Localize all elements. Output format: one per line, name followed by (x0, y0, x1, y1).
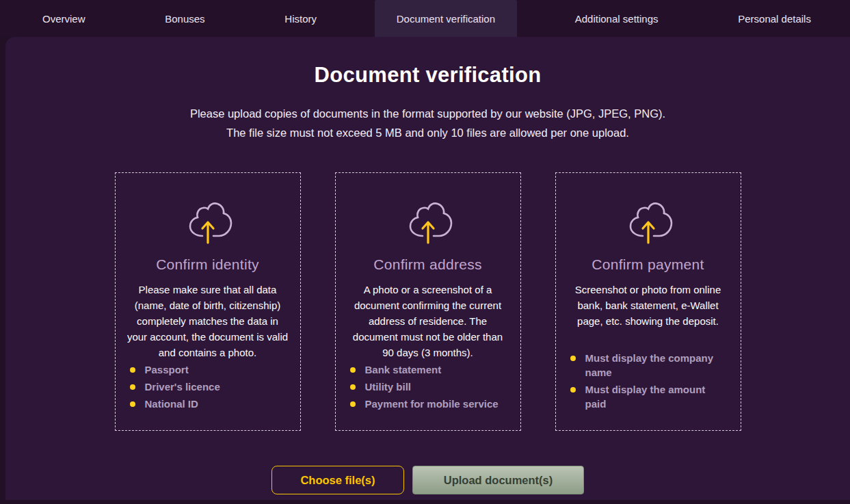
accepted-documents-list: Must display the company name Must displ… (568, 351, 729, 414)
bullet-icon (130, 401, 135, 407)
list-item: National ID (130, 397, 289, 411)
list-item-label: Must display the amount paid (585, 382, 729, 411)
upload-instructions-line-1: Please upload copies of documents in the… (5, 104, 850, 123)
list-item-label: Must display the company name (585, 351, 729, 380)
bullet-icon (350, 401, 356, 407)
list-item: Payment for mobile service (350, 397, 509, 411)
cloud-upload-icon (622, 200, 674, 248)
choose-files-button[interactable]: Choose file(s) (271, 466, 404, 494)
tab-document-verification[interactable]: Document verification (375, 0, 517, 37)
list-item: Passport (130, 362, 289, 377)
list-item-label: National ID (145, 397, 198, 411)
account-tab-bar: Overview Bonuses History Document verifi… (0, 0, 850, 37)
tab-personal-details[interactable]: Personal details (716, 0, 833, 37)
tab-additional-settings[interactable]: Additional settings (553, 0, 680, 37)
cloud-upload-icon (402, 200, 454, 248)
bullet-icon (570, 387, 576, 393)
upload-actions: Choose file(s) Upload document(s) (5, 466, 850, 494)
confirm-payment-card[interactable]: Confirm payment Screenshot or photo from… (555, 172, 741, 431)
list-item: Utility bill (350, 380, 509, 394)
bullet-icon (130, 384, 135, 390)
list-item-label: Utility bill (365, 380, 412, 394)
list-item-label: Payment for mobile service (365, 397, 499, 411)
card-description: Screenshot or photo from online bank, ba… (568, 282, 729, 329)
upload-instructions-line-2: The file size must not exceed 5 MB and o… (5, 123, 850, 142)
bullet-icon (350, 367, 356, 373)
bullet-icon (130, 367, 135, 373)
list-item: Bank statement (350, 362, 509, 377)
list-item: Driver's licence (130, 380, 289, 394)
list-item-label: Driver's licence (145, 380, 220, 394)
list-item-label: Bank statement (365, 362, 442, 377)
accepted-documents-list: Bank statement Utility bill Payment for … (347, 362, 509, 414)
upload-documents-button[interactable]: Upload document(s) (412, 466, 584, 494)
document-verification-panel: Document verification Please upload copi… (5, 37, 850, 500)
bullet-icon (570, 356, 576, 361)
accepted-documents-list: Passport Driver's licence National ID (127, 362, 289, 414)
card-title: Confirm identity (156, 256, 259, 273)
card-description: Please make sure that all data (name, da… (127, 282, 289, 360)
card-title: Confirm address (373, 256, 482, 273)
page-title: Document verification (5, 63, 850, 88)
bullet-icon (350, 384, 356, 390)
upload-cards-row: Confirm identity Please make sure that a… (5, 172, 850, 431)
list-item-label: Passport (145, 362, 189, 377)
cloud-upload-icon (182, 200, 234, 248)
tab-bonuses[interactable]: Bonuses (143, 0, 226, 37)
card-description: A photo or a screenshot of a document co… (347, 282, 509, 360)
card-title: Confirm payment (592, 256, 704, 273)
tab-history[interactable]: History (263, 0, 338, 37)
confirm-identity-card[interactable]: Confirm identity Please make sure that a… (115, 172, 301, 431)
list-item: Must display the company name (570, 351, 729, 380)
tab-overview[interactable]: Overview (21, 0, 107, 37)
upload-instructions: Please upload copies of documents in the… (5, 104, 850, 142)
list-item: Must display the amount paid (570, 382, 729, 411)
confirm-address-card[interactable]: Confirm address A photo or a screenshot … (335, 172, 521, 431)
